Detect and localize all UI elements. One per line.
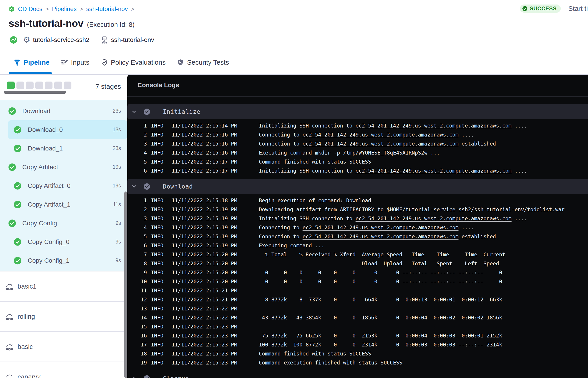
harness-logo-icon bbox=[9, 35, 18, 44]
log-level: INFO bbox=[151, 351, 168, 357]
log-line-number: 7 bbox=[127, 252, 147, 257]
tab-pipeline[interactable]: Pipeline bbox=[13, 51, 50, 74]
log-message: Command finished with status SUCCESS bbox=[259, 351, 371, 357]
log-message: Connection to ec2-54-201-142-249.us-west… bbox=[259, 141, 496, 147]
sidebar-scrollbar[interactable] bbox=[124, 191, 127, 378]
log-timestamp: 11/11/2022 2:15:19 PM bbox=[172, 234, 242, 240]
log-line: 14INFO11/11/2022 2:15:22 PM 43 8772k 43 … bbox=[127, 313, 588, 322]
tab-inputs[interactable]: Inputs bbox=[61, 51, 89, 74]
log-level: INFO bbox=[151, 123, 168, 129]
log-host-link[interactable]: ec2-54-201-142-249.us-west-2.compute.ama… bbox=[356, 168, 511, 174]
environment-name[interactable]: ssh-tutorial-env bbox=[111, 36, 154, 43]
chevron-right-icon[interactable] bbox=[131, 376, 137, 378]
log-text: established bbox=[458, 141, 496, 147]
log-host-link[interactable]: ec2-54-201-142-249.us-west-2.compute.ama… bbox=[303, 234, 458, 240]
log-section-header-cleanup[interactable]: Cleanup bbox=[127, 371, 588, 378]
stage-square-1[interactable] bbox=[7, 81, 15, 89]
log-message: 100 8772k 100 8772k 0 0 2314k 0 0:00:03 … bbox=[259, 342, 502, 348]
rolling-deploy-icon bbox=[5, 342, 14, 351]
log-timestamp: 11/11/2022 2:15:21 PM bbox=[172, 288, 242, 294]
page-header: CD Docs > Pipelines > ssh-tutorial-nov >… bbox=[0, 0, 588, 75]
tab-security-tests[interactable]: Security Tests bbox=[177, 51, 229, 74]
page-title: ssh-tutorial-nov bbox=[9, 18, 83, 29]
log-message: Initializing SSH connection to ec2-54-20… bbox=[259, 216, 527, 221]
stage-row-download[interactable]: Download23s bbox=[0, 102, 127, 120]
log-line-number: 11 bbox=[127, 288, 147, 294]
stage-row-copy-artifact_0[interactable]: Copy Artifact_019s bbox=[8, 176, 127, 195]
log-timestamp: 11/11/2022 2:15:16 PM bbox=[172, 150, 242, 156]
stage-row-copy-config_1[interactable]: Copy Config_19s bbox=[8, 251, 127, 270]
log-section-download: Download1INFO11/11/2022 2:15:18 PMBegin … bbox=[127, 179, 588, 369]
log-timestamp: 11/11/2022 2:15:16 PM bbox=[172, 141, 242, 147]
chevron-down-icon[interactable] bbox=[131, 184, 137, 189]
stages-summary: 7 stages bbox=[0, 75, 127, 100]
stage-row-copy-artifact[interactable]: Copy Artifact19s bbox=[0, 158, 127, 176]
log-host-link[interactable]: ec2-54-201-142-249.us-west-2.compute.ama… bbox=[303, 225, 458, 230]
log-host-link[interactable]: ec2-54-201-142-249.us-west-2.compute.ama… bbox=[303, 141, 458, 147]
stage-progress-scrollbar[interactable] bbox=[4, 91, 66, 94]
stage-square-2[interactable] bbox=[16, 81, 24, 89]
pipeline-nav-label: canary2 bbox=[18, 373, 41, 378]
stage-square-6[interactable] bbox=[54, 81, 62, 89]
log-line: 6INFO11/11/2022 2:15:19 PMExecuting comm… bbox=[127, 241, 588, 250]
log-text: Begin execution of command: Download bbox=[259, 198, 371, 203]
check-circle-icon bbox=[14, 238, 21, 246]
log-timestamp: 11/11/2022 2:15:17 PM bbox=[172, 159, 242, 165]
tab-policy-evaluations[interactable]: Policy Evaluations bbox=[101, 51, 166, 74]
status-badge-label: SUCCESS bbox=[530, 5, 557, 12]
log-text: Dload Upload Total Spent Left Speed bbox=[259, 261, 499, 267]
log-line-number: 6 bbox=[127, 243, 147, 248]
log-line: 7INFO11/11/2022 2:15:20 PM % Total % Rec… bbox=[127, 250, 588, 259]
log-text: 43 8772k 43 3854k 0 0 1856k 0 0:00:04 0:… bbox=[259, 315, 502, 321]
pipeline-nav-item-canary2[interactable]: canary2 bbox=[0, 362, 127, 378]
log-section-header-initialize[interactable]: Initialize bbox=[127, 104, 588, 119]
breadcrumb-link-pipelines[interactable]: Pipelines bbox=[52, 6, 77, 13]
stage-square-3[interactable] bbox=[26, 81, 34, 89]
chevron-down-icon[interactable] bbox=[131, 109, 137, 114]
stage-row-download_0[interactable]: Download_013s bbox=[8, 120, 127, 139]
log-timestamp: 11/11/2022 2:15:22 PM bbox=[172, 315, 242, 321]
log-timestamp: 11/11/2022 2:15:23 PM bbox=[172, 351, 242, 357]
log-timestamp: 11/11/2022 2:15:16 PM bbox=[172, 132, 242, 138]
stage-row-copy-artifact_1[interactable]: Copy Artifact_111s bbox=[8, 195, 127, 214]
stage-square-7[interactable] bbox=[64, 81, 71, 89]
log-level: INFO bbox=[151, 243, 168, 248]
log-host-link[interactable]: ec2-54-201-142-249.us-west-2.compute.ama… bbox=[356, 216, 511, 221]
stage-row-copy-config_0[interactable]: Copy Config_09s bbox=[8, 232, 127, 251]
log-line-number: 3 bbox=[127, 141, 147, 147]
stage-duration: 19s bbox=[113, 164, 121, 170]
log-host-link[interactable]: ec2-54-201-142-249.us-west-2.compute.ama… bbox=[303, 132, 458, 138]
breadcrumb-link-project[interactable]: CD Docs bbox=[18, 6, 42, 13]
log-timestamp: 11/11/2022 2:15:20 PM bbox=[172, 261, 242, 267]
log-message: Initializing SSH connection to ec2-54-20… bbox=[259, 168, 527, 174]
pipeline-nav-item-basic1[interactable]: basic1 bbox=[0, 271, 127, 302]
breadcrumb-link-pipeline[interactable]: ssh-tutorial-nov bbox=[86, 6, 128, 13]
log-text: 0 0 0 0 0 0 0 0 --:--:-- --:--:-- --:--:… bbox=[259, 270, 502, 275]
log-host-link[interactable]: ec2-54-201-142-249.us-west-2.compute.ama… bbox=[356, 123, 511, 129]
stage-row-download_1[interactable]: Download_123s bbox=[8, 139, 127, 158]
breadcrumb-separator: > bbox=[131, 6, 134, 12]
stage-square-5[interactable] bbox=[45, 81, 53, 89]
log-level: INFO bbox=[151, 261, 168, 267]
log-section-header-download[interactable]: Download bbox=[127, 179, 588, 194]
check-circle-icon bbox=[14, 201, 21, 208]
log-message: Connecting to ec2-54-201-142-249.us-west… bbox=[259, 132, 474, 138]
service-name[interactable]: tutorial-service-ssh2 bbox=[33, 36, 89, 43]
log-line-number: 13 bbox=[127, 306, 147, 311]
log-line: 3INFO11/11/2022 2:15:19 PMInitializing S… bbox=[127, 214, 588, 223]
stage-square-4[interactable] bbox=[35, 81, 43, 89]
log-message: Begin execution of command: Download bbox=[259, 198, 371, 203]
log-timestamp: 11/11/2022 2:15:19 PM bbox=[172, 216, 242, 221]
stage-label: Copy Config_1 bbox=[28, 257, 116, 264]
log-line-number: 8 bbox=[127, 261, 147, 267]
log-level: INFO bbox=[151, 333, 168, 338]
pipeline-nav-list: basic1rollingbasiccanary2 bbox=[0, 271, 127, 378]
log-text: 0 0 0 0 0 0 0 0 --:--:-- --:--:-- --:--:… bbox=[259, 279, 502, 284]
stage-duration: 23s bbox=[113, 145, 121, 151]
tab-label: Pipeline bbox=[24, 59, 50, 66]
log-line: 10INFO11/11/2022 2:15:20 PM 0 0 0 0 0 0 … bbox=[127, 277, 588, 286]
pipeline-nav-item-rolling[interactable]: rolling bbox=[0, 302, 127, 332]
log-text: .... bbox=[458, 132, 474, 138]
pipeline-nav-item-basic[interactable]: basic bbox=[0, 332, 127, 362]
stage-row-copy-config[interactable]: Copy Config9s bbox=[0, 214, 127, 232]
